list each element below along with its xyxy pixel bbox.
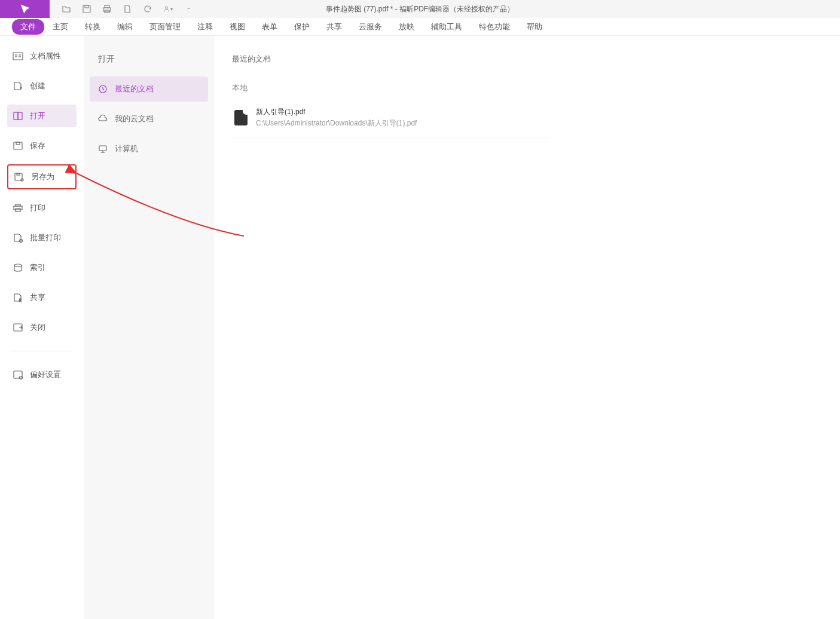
divider [12, 351, 72, 351]
sidebar-item-docprops[interactable]: 文档属性 [7, 45, 77, 68]
recent-doc-item[interactable]: 新人引导(1).pdf C:\Users\Administrator\Downl… [232, 102, 549, 137]
svg-rect-0 [83, 5, 90, 13]
sidebar2-item-label: 计算机 [115, 143, 138, 154]
doc-name: 新人引导(1).pdf [256, 107, 417, 117]
sidebar-item-prefs[interactable]: 偏好设置 [7, 363, 77, 386]
svg-rect-6 [13, 53, 23, 60]
svg-rect-15 [14, 142, 22, 149]
svg-point-24 [14, 264, 22, 266]
sidebar-item-label: 文档属性 [30, 51, 61, 62]
sidebar-item-batchprint[interactable]: 批量打印 [7, 226, 77, 249]
app-logo[interactable] [0, 0, 50, 18]
svg-rect-32 [99, 146, 106, 151]
docprops-icon [12, 51, 24, 61]
menu-special[interactable]: 特色功能 [471, 19, 518, 35]
saveas-icon [13, 172, 25, 182]
more-icon[interactable]: ⁼ [184, 4, 193, 14]
svg-rect-18 [17, 173, 20, 175]
user-icon[interactable]: ▾ [163, 4, 173, 14]
menubar: 文件 主页 转换 编辑 页面管理 注释 视图 表单 保护 共享 云服务 放映 辅… [0, 18, 840, 36]
menu-page[interactable]: 页面管理 [141, 19, 189, 35]
share-icon [12, 293, 24, 302]
menu-play[interactable]: 放映 [390, 19, 423, 35]
redo-icon[interactable] [143, 4, 152, 14]
page-icon[interactable] [123, 4, 132, 14]
batchprint-icon [12, 233, 24, 243]
sidebar2-item-computer[interactable]: 计算机 [90, 136, 208, 161]
menu-help[interactable]: 帮助 [518, 19, 551, 35]
file-sidebar: 文档属性 创建 打开 保存 另存为 打印 批量打印 索引 [0, 36, 84, 619]
index-icon [12, 263, 24, 272]
sidebar-item-label: 关闭 [30, 322, 45, 333]
pdf-icon [234, 110, 248, 125]
svg-point-5 [165, 7, 167, 9]
prefs-icon [12, 370, 24, 379]
titlebar: ▾ ⁼ 事件趋势图 (77).pdf * - 福昕PDF编辑器（未经授权的产品） [0, 0, 840, 18]
open-file-icon [12, 111, 24, 121]
sidebar-item-share[interactable]: 共享 [7, 286, 77, 309]
save-icon[interactable] [82, 4, 91, 14]
svg-rect-29 [14, 371, 22, 378]
menu-view[interactable]: 视图 [221, 19, 253, 35]
sidebar-item-label: 共享 [30, 292, 45, 303]
sidebar-item-label: 另存为 [31, 171, 54, 182]
open-sidebar: 打开 最近的文档 我的云文档 计算机 [84, 36, 214, 619]
menu-file[interactable]: 文件 [12, 19, 44, 35]
sidebar-item-label: 批量打印 [30, 232, 61, 243]
main-area: 最近的文档 本地 新人引导(1).pdf C:\Users\Administra… [214, 36, 840, 619]
create-icon [12, 81, 24, 91]
computer-icon [98, 144, 108, 154]
sidebar2-item-mycloud[interactable]: 我的云文档 [90, 106, 208, 131]
menu-home[interactable]: 主页 [44, 19, 77, 35]
sidebar-item-close[interactable]: 关闭 [7, 316, 77, 339]
sidebar-item-open[interactable]: 打开 [7, 105, 77, 127]
sidebar-item-label: 创建 [30, 81, 45, 91]
menu-convert[interactable]: 转换 [77, 19, 109, 35]
sidebar-item-saveas[interactable]: 另存为 [7, 164, 77, 189]
cloud-icon [98, 114, 108, 124]
sidebar-item-label: 索引 [30, 262, 45, 273]
sidebar-item-create[interactable]: 创建 [7, 75, 77, 97]
svg-point-26 [20, 301, 22, 303]
menu-cloud[interactable]: 云服务 [350, 19, 390, 35]
menu-share[interactable]: 共享 [318, 19, 350, 35]
doc-path: C:\Users\Administrator\Downloads\新人引导(1)… [256, 118, 417, 128]
menu-annotate[interactable]: 注释 [189, 19, 221, 35]
clock-icon [98, 84, 108, 94]
menu-edit[interactable]: 编辑 [109, 19, 141, 35]
svg-rect-21 [14, 206, 22, 210]
sidebar-item-label: 偏好设置 [30, 369, 61, 380]
print-icon[interactable] [102, 4, 112, 14]
sidebar2-item-label: 我的云文档 [115, 114, 154, 124]
sidebar-item-index[interactable]: 索引 [7, 256, 77, 279]
main-title: 最近的文档 [232, 54, 822, 65]
svg-rect-16 [16, 142, 20, 145]
sidebar2-item-recent[interactable]: 最近的文档 [90, 76, 208, 102]
window-title: 事件趋势图 (77).pdf * - 福昕PDF编辑器（未经授权的产品） [326, 4, 514, 14]
menu-aux[interactable]: 辅助工具 [423, 19, 471, 35]
sidebar-item-print[interactable]: 打印 [7, 197, 77, 219]
open-sidebar-title: 打开 [90, 54, 208, 76]
svg-rect-1 [85, 5, 88, 8]
print-file-icon [12, 203, 24, 213]
sidebar-item-save[interactable]: 保存 [7, 134, 77, 157]
section-local-label: 本地 [232, 82, 822, 93]
sidebar-item-label: 打开 [30, 111, 45, 121]
sidebar-item-label: 打印 [30, 203, 45, 213]
sidebar-item-label: 保存 [30, 140, 45, 151]
menu-form[interactable]: 表单 [253, 19, 286, 35]
sidebar2-item-label: 最近的文档 [115, 84, 154, 94]
svg-rect-13 [14, 112, 18, 119]
save-file-icon [12, 141, 24, 151]
open-icon[interactable] [62, 4, 71, 14]
svg-rect-14 [18, 112, 22, 119]
svg-rect-2 [105, 5, 109, 8]
menu-protect[interactable]: 保护 [286, 19, 318, 35]
close-file-icon [12, 323, 24, 332]
